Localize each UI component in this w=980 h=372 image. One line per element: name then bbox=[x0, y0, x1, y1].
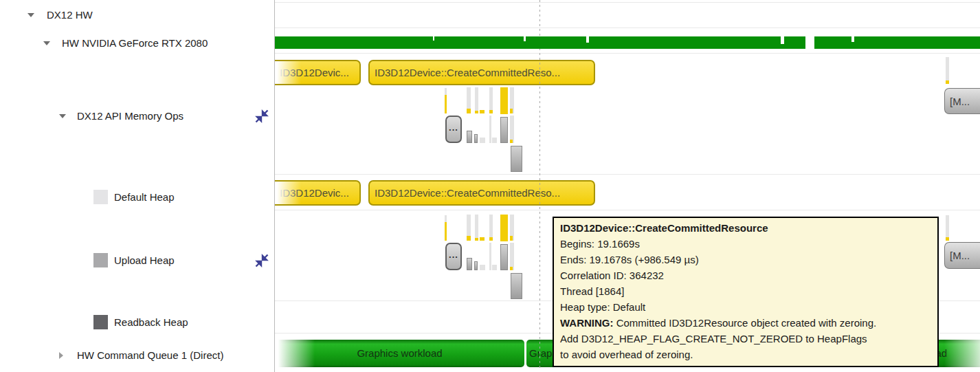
memory-op-bar[interactable] bbox=[445, 215, 447, 222]
viewport-clip-fade bbox=[275, 61, 301, 84]
tooltip-warning-line: WARNING: Committed ID3D12Resource object… bbox=[560, 315, 931, 331]
expander-open-icon[interactable] bbox=[27, 13, 34, 17]
api-call-event-block[interactable]: ID3D12Device::CreateCommittedReso... bbox=[368, 180, 595, 206]
memory-op-bar[interactable] bbox=[480, 110, 485, 113]
memory-op-bar[interactable] bbox=[946, 237, 949, 241]
event-tooltip: ID3D12Device::CreateCommittedResource Be… bbox=[553, 217, 939, 367]
clipped-event-label: [M... bbox=[950, 250, 970, 261]
nsight-timeline-view: DX12 HWHW NVIDIA GeForce RTX 2080DX12 AP… bbox=[0, 0, 980, 372]
memory-op-bar[interactable] bbox=[500, 244, 508, 270]
memory-op-bar[interactable] bbox=[500, 215, 508, 241]
tooltip-detail-line: Begins: 19.1669s bbox=[560, 236, 931, 252]
utilization-dip bbox=[781, 36, 784, 44]
viewport-clip-fade bbox=[275, 340, 315, 367]
utilization-dip bbox=[586, 36, 589, 43]
expander-open-icon[interactable] bbox=[59, 114, 66, 118]
sidebar-item-default-heap[interactable]: Default Heap bbox=[0, 186, 274, 208]
memory-op-bar[interactable] bbox=[946, 80, 949, 84]
api-call-event-block[interactable]: ID3D12Devic... bbox=[275, 60, 361, 85]
utilization-dip bbox=[524, 36, 526, 41]
memory-op-bar[interactable] bbox=[500, 87, 508, 114]
row-separator bbox=[275, 53, 980, 54]
memory-op-bar[interactable] bbox=[510, 116, 514, 143]
memory-op-bar[interactable] bbox=[480, 138, 485, 143]
memory-op-bar[interactable] bbox=[489, 243, 491, 270]
memory-op-bar[interactable] bbox=[492, 138, 497, 143]
collapsed-events-button[interactable]: ... bbox=[445, 116, 462, 143]
memory-op-bar[interactable] bbox=[467, 258, 472, 270]
clipped-event-label: [M... bbox=[950, 96, 970, 107]
sidebar-item-label: Default Heap bbox=[114, 190, 175, 205]
memory-op-bar[interactable] bbox=[474, 261, 478, 270]
memory-op-bar[interactable] bbox=[467, 131, 472, 143]
memory-op-bar[interactable] bbox=[489, 110, 493, 113]
memory-op-bar[interactable] bbox=[475, 215, 478, 241]
heap-color-swatch bbox=[93, 253, 108, 267]
sidebar-item-label: DX12 API Memory Ops bbox=[77, 109, 183, 124]
memory-op-bar[interactable] bbox=[510, 267, 513, 270]
sidebar-item-dx12-api-memory-ops[interactable]: DX12 API Memory Ops bbox=[0, 105, 274, 127]
tooltip-warning-label: WARNING: bbox=[560, 317, 614, 329]
memory-op-bar[interactable] bbox=[475, 238, 478, 241]
collapsed-events-button[interactable]: ... bbox=[445, 243, 462, 270]
memory-op-bar[interactable] bbox=[480, 237, 485, 241]
sidebar-item-label: Readback Heap bbox=[114, 315, 188, 330]
memory-op-bar[interactable] bbox=[492, 265, 497, 270]
row-separator bbox=[275, 28, 980, 28]
timeline-cursor-line bbox=[539, 0, 540, 369]
utilization-dip bbox=[851, 36, 854, 42]
sidebar-item-label: DX12 HW bbox=[47, 8, 93, 23]
tooltip-detail-lines: Begins: 19.1669sEnds: 19.1678s (+986.549… bbox=[560, 236, 931, 315]
sidebar-item-hw-command-queue-1[interactable]: HW Command Queue 1 (Direct) bbox=[0, 344, 274, 366]
memory-op-bar[interactable] bbox=[489, 237, 493, 241]
collapse-row-icon[interactable] bbox=[254, 109, 269, 124]
collapse-row-icon[interactable] bbox=[254, 253, 269, 268]
row-separator bbox=[275, 210, 980, 210]
memory-op-bar[interactable] bbox=[475, 87, 478, 113]
api-call-event-block[interactable]: ID3D12Device::CreateCommittedReso... bbox=[368, 60, 595, 85]
clipped-event-block[interactable]: [M... bbox=[944, 88, 980, 114]
memory-op-bar[interactable] bbox=[946, 215, 949, 237]
memory-op-bar[interactable] bbox=[445, 222, 447, 241]
utilization-dip bbox=[433, 36, 434, 41]
tooltip-warning-line3: to avoid overhead of zeroing. bbox=[560, 347, 931, 362]
memory-op-bar[interactable] bbox=[475, 111, 478, 113]
memory-op-bar[interactable] bbox=[467, 109, 471, 113]
sidebar-item-readback-heap[interactable]: Readback Heap bbox=[0, 311, 274, 333]
tooltip-warning-line2: Add D3D12_HEAP_FLAG_CREATE_NOT_ZEROED to… bbox=[560, 331, 931, 347]
memory-op-bar[interactable] bbox=[467, 236, 471, 241]
graphics-workload-block[interactable]: Graphics workload bbox=[275, 340, 524, 367]
memory-op-bar[interactable] bbox=[445, 95, 447, 113]
memory-op-bar[interactable] bbox=[510, 140, 513, 143]
api-call-event-label: ID3D12Device::CreateCommittedReso... bbox=[375, 67, 560, 78]
tooltip-title: ID3D12Device::CreateCommittedResource bbox=[560, 220, 931, 236]
tooltip-detail-line: Correlation ID: 364232 bbox=[560, 267, 931, 283]
memory-op-bar[interactable] bbox=[510, 109, 513, 113]
memory-op-bar[interactable] bbox=[489, 116, 491, 143]
memory-op-bar[interactable] bbox=[946, 57, 949, 80]
expander-open-icon[interactable] bbox=[43, 41, 50, 45]
viewport-clip-fade bbox=[944, 340, 980, 367]
memory-op-bar[interactable] bbox=[474, 134, 478, 143]
memory-op-bar[interactable] bbox=[510, 236, 513, 241]
sidebar-item-dx12-hw[interactable]: DX12 HW bbox=[0, 4, 274, 26]
api-call-event-block[interactable]: ID3D12Devic... bbox=[275, 180, 361, 206]
memory-op-bar[interactable] bbox=[511, 146, 522, 172]
viewport-clip-fade bbox=[275, 182, 301, 204]
memory-op-bar[interactable] bbox=[500, 117, 508, 143]
heap-color-swatch bbox=[93, 315, 108, 329]
sidebar-item-upload-heap[interactable]: Upload Heap bbox=[0, 250, 274, 272]
expander-closed-icon[interactable] bbox=[59, 352, 63, 359]
sidebar-item-label: HW Command Queue 1 (Direct) bbox=[77, 348, 223, 363]
workload-label: Graphics workload bbox=[357, 347, 442, 359]
memory-op-bar[interactable] bbox=[480, 265, 485, 270]
utilization-dip bbox=[805, 36, 814, 49]
sidebar-item-label: Upload Heap bbox=[114, 253, 175, 268]
tooltip-detail-line: Thread [1864] bbox=[560, 283, 931, 299]
memory-op-bar[interactable] bbox=[445, 88, 447, 95]
sidebar-item-hw-gpu[interactable]: HW NVIDIA GeForce RTX 2080 bbox=[0, 32, 274, 54]
memory-op-bar[interactable] bbox=[510, 243, 514, 270]
memory-op-bar[interactable] bbox=[511, 273, 522, 299]
row-separator bbox=[275, 2, 980, 3]
clipped-event-block[interactable]: [M... bbox=[944, 242, 980, 269]
